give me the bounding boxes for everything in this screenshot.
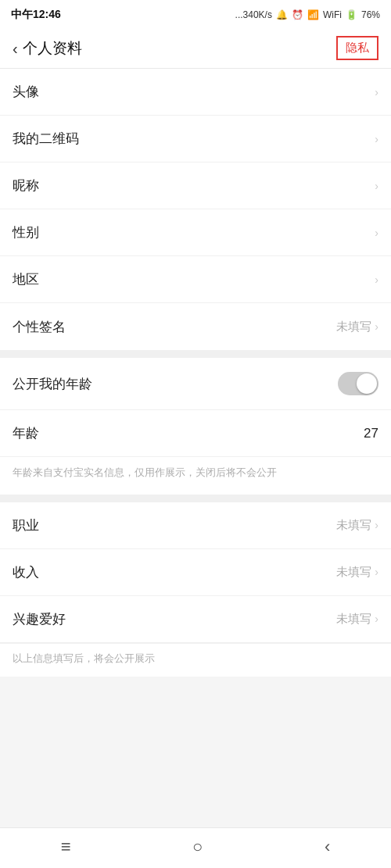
age-note: 年龄来自支付宝实名信息，仅用作展示，关闭后将不会公开 xyxy=(0,457,391,495)
hobbies-item[interactable]: 兴趣爱好 未填写 › xyxy=(0,596,391,643)
nav-bar: ‹ 个人资料 隐私 xyxy=(0,28,391,69)
status-right: ...340K/s 🔔 ⏰ 📶 WiFi 🔋 76% xyxy=(235,9,380,20)
bottom-nav: ≡ ○ ‹ xyxy=(0,827,391,868)
nickname-item[interactable]: 昵称 › xyxy=(0,163,391,209)
hobbies-value: 未填写 xyxy=(336,612,371,627)
back-icon: ‹ xyxy=(13,41,18,56)
age-value-row: 年龄 27 xyxy=(0,410,391,457)
wifi-icon: WiFi xyxy=(323,9,342,20)
age-label: 年龄 xyxy=(13,424,39,442)
qrcode-item[interactable]: 我的二维码 › xyxy=(0,116,391,163)
career-chevron-icon: › xyxy=(375,519,378,531)
section-divider-1 xyxy=(0,350,391,358)
qrcode-right: › xyxy=(375,133,378,145)
signature-chevron-icon: › xyxy=(375,320,378,333)
clock-icon: ⏰ xyxy=(292,9,303,20)
career-item[interactable]: 职业 未填写 › xyxy=(0,502,391,549)
status-bar: 中午12:46 ...340K/s 🔔 ⏰ 📶 WiFi 🔋 76% xyxy=(0,0,391,28)
gender-right: › xyxy=(375,227,378,239)
back-button[interactable]: ‹ 个人资料 xyxy=(13,38,82,59)
page-title: 个人资料 xyxy=(23,38,82,59)
nickname-right: › xyxy=(375,180,378,192)
gender-item[interactable]: 性别 › xyxy=(0,209,391,256)
status-time: 中午12:46 xyxy=(11,8,61,22)
career-label: 职业 xyxy=(13,516,39,534)
region-chevron-icon: › xyxy=(375,273,378,286)
age-value: 27 xyxy=(364,426,378,441)
avatar-item[interactable]: 头像 › xyxy=(0,69,391,116)
age-toggle-row: 公开我的年龄 xyxy=(0,358,391,410)
network-speed: ...340K/s xyxy=(235,9,272,20)
avatar-right: › xyxy=(375,86,378,98)
income-chevron-icon: › xyxy=(375,566,378,578)
gender-label: 性别 xyxy=(13,223,39,241)
age-section: 公开我的年龄 年龄 27 年龄来自支付宝实名信息，仅用作展示，关闭后将不会公开 xyxy=(0,358,391,495)
career-right: 未填写 › xyxy=(336,518,378,533)
income-label: 收入 xyxy=(13,563,39,581)
signature-right: 未填写 › xyxy=(336,320,378,334)
income-item[interactable]: 收入 未填写 › xyxy=(0,549,391,596)
public-info-note: 以上信息填写后，将会公开展示 xyxy=(0,643,391,677)
region-right: › xyxy=(375,273,378,286)
career-value: 未填写 xyxy=(336,518,371,533)
home-icon[interactable]: ○ xyxy=(192,837,203,857)
hobbies-right: 未填写 › xyxy=(336,612,378,627)
qrcode-chevron-icon: › xyxy=(375,133,378,145)
battery-icon: 🔋 xyxy=(346,9,357,20)
basic-info-section: 头像 › 我的二维码 › 昵称 › 性别 › 地区 › 个性签名 未填写 › xyxy=(0,69,391,350)
avatar-chevron-icon: › xyxy=(375,86,378,98)
hobbies-label: 兴趣爱好 xyxy=(13,610,66,628)
additional-info-section: 职业 未填写 › 收入 未填写 › 兴趣爱好 未填写 › 以上信息填写后，将会公… xyxy=(0,502,391,677)
region-item[interactable]: 地区 › xyxy=(0,256,391,303)
signal-icon: 📶 xyxy=(307,9,319,20)
section-divider-2 xyxy=(0,495,391,502)
signature-item[interactable]: 个性签名 未填写 › xyxy=(0,303,391,350)
signature-value: 未填写 xyxy=(336,320,371,334)
income-value: 未填写 xyxy=(336,565,371,580)
avatar-label: 头像 xyxy=(13,83,39,101)
nickname-label: 昵称 xyxy=(13,177,39,195)
menu-icon[interactable]: ≡ xyxy=(61,837,71,857)
region-label: 地区 xyxy=(13,270,39,288)
age-toggle-label: 公开我的年龄 xyxy=(13,375,92,393)
nickname-chevron-icon: › xyxy=(375,180,378,192)
battery-percent: 76% xyxy=(361,9,380,20)
hobbies-chevron-icon: › xyxy=(375,613,378,625)
qrcode-label: 我的二维码 xyxy=(13,130,79,148)
gender-chevron-icon: › xyxy=(375,227,378,239)
income-right: 未填写 › xyxy=(336,565,378,580)
privacy-button[interactable]: 隐私 xyxy=(336,36,378,60)
back-nav-icon[interactable]: ‹ xyxy=(325,837,330,857)
bell-icon: 🔔 xyxy=(276,9,288,20)
age-toggle-switch[interactable] xyxy=(338,372,378,395)
signature-label: 个性签名 xyxy=(13,318,66,336)
bottom-spacer xyxy=(0,677,391,720)
